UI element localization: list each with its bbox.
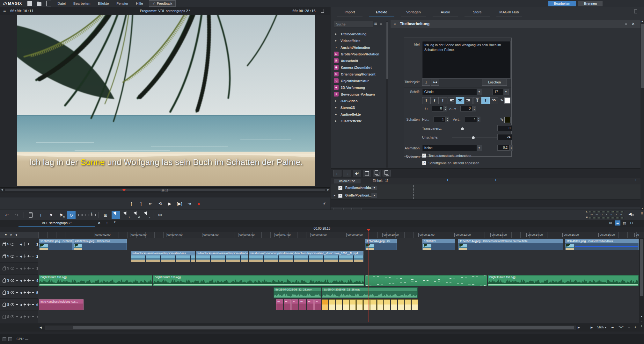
media-clip[interactable]: 1124553144.jpegGröße/Position/Rotation S… [458, 239, 563, 250]
italic-button[interactable]: T [430, 97, 439, 104]
group-link-icon[interactable] [77, 211, 86, 219]
effect-group-Ansicht/Animation[interactable]: ▼Ansicht/Animation [333, 44, 385, 51]
keyframe-checkbox[interactable]: ✓ [338, 186, 342, 190]
lock-icon[interactable] [3, 255, 6, 258]
tab-menu-icon[interactable]: ▼ [113, 221, 116, 224]
effects-scrollbar[interactable] [386, 21, 388, 168]
media-clip[interactable]: 498322814.jpegGröße/Pos... [73, 239, 127, 250]
track-header-2[interactable]: S◀2 [0, 250, 38, 262]
bold-button[interactable]: T [422, 97, 430, 104]
mouse-mode-single-icon[interactable]: ▾ [122, 211, 130, 219]
razor-icon[interactable]: ✄ [156, 211, 164, 219]
search-input[interactable]: Suche [334, 21, 373, 27]
corner-dropdown-icon[interactable]: ▼ [15, 233, 18, 237]
track-header-5[interactable]: S◀5 [0, 287, 38, 299]
zoom-level-select[interactable]: 56% ▼ [597, 326, 607, 329]
animation-speed-stepper[interactable]: 0.2▲▼ [497, 145, 513, 151]
speech-clip[interactable]: tts-25-04-2025-08_32_28.wav [322, 287, 418, 298]
text-color-swatch[interactable] [504, 97, 510, 104]
preview-seek-bar[interactable]: ◀ 28:16 ▶ [0, 187, 330, 192]
scroll-up-icon[interactable]: ▲ [641, 20, 643, 22]
track-zoom-out-icon[interactable]: − [639, 319, 644, 324]
chevron-down-icon[interactable]: ▼ [371, 193, 377, 198]
audio-clip[interactable]: Bright Future 15s.ogg [488, 275, 639, 286]
solo-icon[interactable]: S [7, 267, 9, 270]
fader-icon[interactable] [23, 267, 26, 270]
next-keyframe-icon[interactable]: → [343, 170, 351, 176]
option-fit-font[interactable]: ✓Schriftgröße an Titelfeld anpassen [422, 161, 479, 165]
effect-group-Stereo3D[interactable]: ▶Stereo3D [333, 104, 385, 111]
shadow-hor-stepper[interactable]: 1▲▼ [434, 117, 449, 122]
speaker-icon[interactable]: ◀ [20, 243, 22, 246]
expander-icon[interactable]: ▶ [334, 194, 335, 197]
speaker-icon[interactable]: ◀ [20, 315, 22, 319]
audio-clip[interactable]: Bright Future 15s.ogg [153, 275, 364, 286]
vscroll-thumb[interactable] [640, 239, 643, 296]
subtitle-clip[interactable]: Hi... [291, 299, 298, 310]
undock-preview-icon[interactable] [321, 9, 324, 13]
text-cursor-icon[interactable]: ⌶ [422, 79, 430, 86]
horizontal-scrollbar[interactable]: ◀ ▶ ▶ 56% ▼ ⬌ ⊃⊂ − + [0, 324, 644, 332]
align-center-button[interactable] [456, 97, 464, 104]
ungroup-link-icon[interactable] [88, 211, 96, 219]
speaker-icon[interactable]: ◀ [20, 303, 22, 306]
track-1[interactable]: 510035935.jpegGröße/Positi...498322814.j… [38, 238, 639, 251]
track-header-7[interactable]: S◀7 [0, 311, 38, 323]
effect-item-Kamera-/Zoomfahrt[interactable]: ◉Kamera-/Zoomfahrt [333, 64, 385, 71]
effect-group-360°-Video[interactable]: ▶360°-Video [333, 97, 385, 104]
ruler-scale[interactable]: 00:00:02:0000:00:03:0000:00:04:0000:00:0… [38, 232, 639, 238]
fader-icon[interactable] [16, 303, 18, 306]
speaker-icon[interactable]: ◀))) [628, 211, 634, 216]
prev-keyframe-icon[interactable]: ← [333, 170, 341, 176]
visibility-icon[interactable] [11, 315, 14, 318]
close-tab-icon[interactable]: ✕ [98, 221, 101, 225]
solo-icon[interactable]: S [7, 242, 9, 246]
shadow-color-swatch[interactable] [504, 117, 510, 123]
effect-group-Videoeffekte[interactable]: ▶Videoeffekte [333, 37, 385, 44]
effect-item-Bewegungs-Vorlagen[interactable]: ●Bewegungs-Vorlagen [333, 91, 385, 97]
video-clip[interactable]: videoblocks-aerial-view-of-tropical-isla… [196, 251, 248, 262]
underline-button[interactable]: T [439, 97, 447, 104]
filter-list-icon[interactable]: ≡ [380, 22, 382, 26]
effect-item-Orientierung/Horizont[interactable]: ⊕Orientierung/Horizont [333, 71, 385, 77]
lock-icon[interactable] [3, 304, 6, 307]
font-family-select[interactable]: Gidole▼ [422, 89, 482, 95]
keyframe-lane[interactable] [397, 184, 640, 192]
delete-keyframe-icon[interactable] [363, 170, 371, 176]
jump-start-icon[interactable]: ⇤ [148, 201, 153, 206]
audio-clip[interactable]: Bright Future 15s.ogg [39, 275, 152, 286]
open-project-icon[interactable] [37, 2, 41, 6]
snap-magnet-icon[interactable]: Ω [67, 211, 76, 219]
effect-item-Objektivkorrektur[interactable]: ◁Objektivkorrektur [333, 77, 385, 84]
option-wrap-text[interactable]: ✓Text automatisch umbrechen [422, 154, 471, 158]
keyframe-marker[interactable] [495, 179, 496, 181]
menu-hilfe[interactable]: Hilfe [132, 0, 147, 7]
marker-flag-icon[interactable]: ⚑ [47, 211, 55, 219]
sort-list-icon[interactable]: ≣ [374, 22, 377, 26]
add-tab-icon[interactable]: + [106, 221, 108, 225]
zoom-out-icon[interactable]: − [628, 326, 630, 329]
hscroll-thumb[interactable] [73, 326, 574, 329]
subtitle-clip[interactable] [329, 299, 335, 310]
transition-icon[interactable] [27, 279, 30, 282]
track-header-6[interactable]: S◀6 [0, 299, 38, 311]
undock-panel-icon[interactable] [634, 10, 637, 13]
mouse-mode-icon[interactable] [112, 211, 120, 219]
subtitle-clip[interactable] [412, 299, 418, 310]
keyframe-checkbox[interactable]: ✓ [338, 194, 342, 198]
subtitle-clip[interactable] [322, 299, 328, 310]
add-keyframe-icon[interactable]: ◆+ [353, 170, 361, 176]
video-clip[interactable]: videoblocks-aerial-view-of-tropical-isla… [131, 251, 195, 262]
subtitle-clip[interactable] [377, 299, 384, 310]
fader-icon[interactable] [16, 242, 18, 246]
track-header-3[interactable]: S◀3 [0, 262, 38, 275]
fader-icon[interactable] [23, 303, 26, 306]
solo-icon[interactable]: S [7, 291, 9, 294]
visibility-icon[interactable] [11, 303, 14, 306]
transition-icon[interactable] [27, 315, 30, 318]
record-icon[interactable]: ● [196, 201, 201, 206]
track-header-1[interactable]: S◀1 [0, 238, 38, 250]
speech-clip[interactable]: tts-25-04-2025-08_32_28.wav [274, 287, 321, 298]
menu-fenster[interactable]: Fenster [113, 0, 132, 7]
fader-icon[interactable] [16, 254, 18, 258]
